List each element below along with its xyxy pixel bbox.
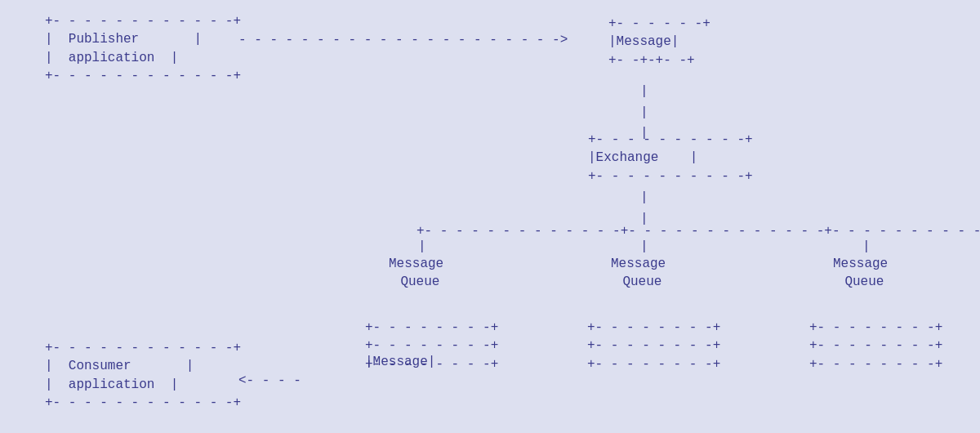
mq-boxes-mid: +- - - - - - - -+ +- - - - - - - -+ +- -…	[587, 319, 720, 373]
branch-line: +- - - - - - - - - - - - -+- - - - - - -…	[416, 222, 980, 240]
mq-box-left-msg: |Message|	[365, 353, 435, 371]
mq-label-mid: Message Queue	[611, 255, 666, 292]
mq-label-right: Message Queue	[833, 255, 888, 292]
message-box-top: +- - - - - -+ |Message| +- -+-+- -+	[608, 15, 710, 69]
arrow-publisher-to-message: - - - - - - - - - - - - - - - - - - - - …	[238, 31, 568, 49]
arrow-mq-to-consumer: <- - - -	[238, 372, 301, 390]
consumer-box: +- - - - - - - - - - - -+ | Consumer | |…	[45, 339, 241, 413]
publisher-box: +- - - - - - - - - - - -+ | Publisher | …	[45, 12, 241, 86]
diagram-container: +- - - - - - - - - - - -+ | Publisher | …	[0, 0, 980, 433]
mq-label-left: Message Queue	[389, 255, 443, 292]
mq-boxes-right: +- - - - - - - -+ +- - - - - - - -+ +- -…	[809, 319, 942, 373]
exchange-box: +- - - - - - - - - -+ |Exchange | +- - -…	[588, 131, 753, 185]
